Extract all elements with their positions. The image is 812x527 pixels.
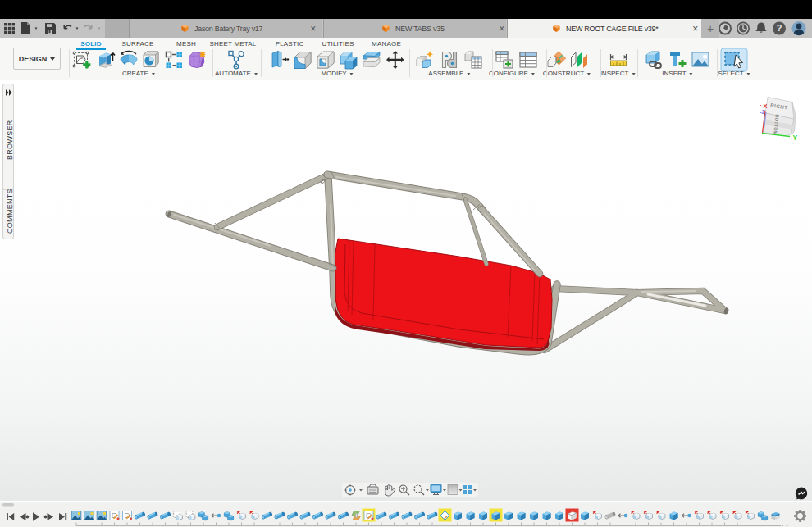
svg-text:?: ? (777, 23, 782, 33)
